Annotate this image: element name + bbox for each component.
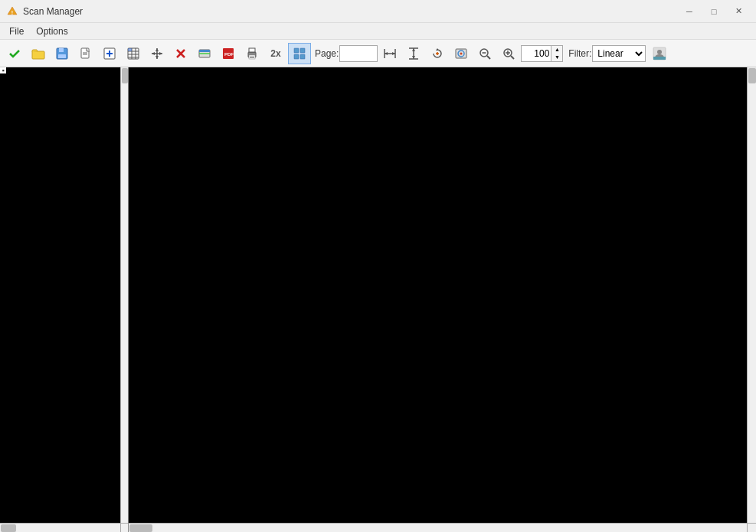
maximize-button[interactable]: □ [702, 4, 725, 19]
new-button[interactable] [74, 43, 97, 64]
svg-rect-66 [653, 57, 666, 60]
rotate-icon [430, 47, 444, 60]
check-button[interactable] [3, 43, 26, 64]
zoom-input[interactable]: 100 [521, 45, 551, 62]
svg-marker-23 [152, 52, 155, 55]
grid-button[interactable] [122, 43, 145, 64]
zoom-down-button[interactable]: ▼ [551, 54, 562, 61]
user-icon [653, 47, 666, 60]
svg-rect-39 [294, 54, 299, 59]
right-corner [747, 523, 756, 532]
filter-select[interactable]: Linear Nearest Bicubic [592, 45, 646, 62]
right-panel [129, 67, 756, 532]
user-button[interactable] [648, 43, 671, 64]
new-doc-icon [79, 47, 93, 60]
folder-icon [31, 47, 45, 60]
view-grid-button[interactable] [288, 43, 311, 64]
tick-mark: ▪ [0, 67, 6, 73]
add-icon [103, 47, 116, 60]
right-vscroll-thumb[interactable] [748, 68, 756, 83]
right-panel-hscroll[interactable] [129, 523, 747, 532]
scan2-icon [454, 47, 468, 60]
title-bar: ! Scan Manager ─ □ ✕ [0, 0, 756, 23]
svg-rect-18 [128, 48, 132, 51]
double-label: 2x [270, 48, 280, 59]
svg-rect-5 [58, 54, 66, 58]
delete-icon [174, 47, 188, 60]
left-panel-scrollbar[interactable] [120, 67, 128, 523]
minimize-button[interactable]: ─ [678, 4, 701, 19]
check-icon [8, 47, 21, 60]
app-icon: ! [6, 5, 18, 18]
pdf-button[interactable]: PDF [217, 43, 240, 64]
zoom-out-button[interactable] [473, 43, 496, 64]
svg-point-56 [460, 52, 463, 54]
view-grid-icon [293, 47, 306, 60]
print-button[interactable] [241, 43, 263, 64]
double-button[interactable]: 2x [264, 43, 287, 64]
table-icon [126, 47, 140, 60]
main-area: ▪ [0, 67, 756, 532]
fit-width-button[interactable] [378, 43, 401, 64]
left-panel: ▪ [0, 67, 129, 532]
svg-point-65 [657, 50, 662, 54]
left-panel-hscroll[interactable] [0, 523, 120, 532]
close-button[interactable]: ✕ [727, 4, 750, 19]
fit-height-button[interactable] [402, 43, 425, 64]
arrows-icon [150, 47, 164, 60]
page-label: Page: [315, 48, 339, 59]
svg-rect-4 [59, 48, 64, 52]
title-bar-controls: ─ □ ✕ [678, 4, 750, 19]
svg-line-63 [511, 56, 514, 59]
pdf-icon: PDF [221, 47, 235, 60]
title-bar-title: Scan Manager [23, 6, 83, 17]
svg-rect-33 [249, 48, 255, 52]
scan-button[interactable] [193, 43, 216, 64]
svg-rect-37 [294, 48, 299, 53]
svg-rect-2 [32, 51, 44, 59]
zoom-out-icon [478, 47, 492, 60]
svg-rect-38 [300, 48, 305, 53]
fit-height-icon [407, 47, 421, 60]
title-bar-left: ! Scan Manager [6, 5, 83, 18]
svg-line-59 [487, 56, 490, 59]
menu-options[interactable]: Options [30, 23, 74, 39]
scan-icon [198, 47, 211, 60]
right-hscroll-thumb[interactable] [129, 524, 152, 532]
toolbar: PDF 2x Page: [0, 40, 756, 67]
svg-marker-21 [155, 48, 159, 51]
menu-file[interactable]: File [3, 23, 30, 39]
save-icon [55, 47, 69, 60]
page-input[interactable] [339, 45, 378, 62]
svg-marker-24 [159, 52, 162, 55]
zoom-in-icon [502, 47, 515, 60]
svg-marker-22 [155, 56, 159, 59]
left-corner [120, 523, 128, 532]
scan2-button[interactable] [450, 43, 473, 64]
save-button[interactable] [51, 43, 74, 64]
delete-button[interactable] [169, 43, 192, 64]
left-panel-scroll-thumb[interactable] [122, 68, 128, 83]
svg-text:!: ! [11, 9, 13, 15]
right-panel-vscroll[interactable] [747, 67, 756, 523]
svg-text:PDF: PDF [224, 52, 234, 57]
rotate-button[interactable] [426, 43, 449, 64]
svg-rect-40 [300, 54, 305, 59]
zoom-up-button[interactable]: ▲ [551, 46, 562, 54]
print-icon [245, 47, 259, 60]
menu-bar: File Options [0, 23, 756, 40]
navigate-button[interactable] [146, 43, 169, 64]
add-button[interactable] [98, 43, 121, 64]
svg-rect-28 [199, 50, 210, 52]
zoom-container: 100 ▲ ▼ [521, 43, 563, 64]
left-hscroll-thumb[interactable] [1, 524, 16, 532]
filter-label: Filter: [568, 48, 591, 59]
zoom-in-button[interactable] [497, 43, 520, 64]
open-button[interactable] [27, 43, 50, 64]
zoom-spinners: ▲ ▼ [551, 45, 563, 62]
fit-width-icon [383, 47, 397, 60]
